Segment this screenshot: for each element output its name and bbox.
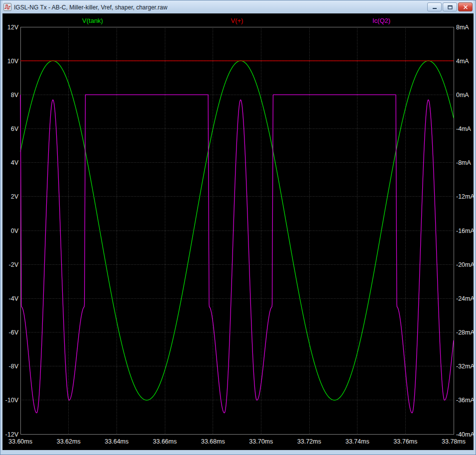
minimize-button[interactable] <box>427 2 442 11</box>
right-axis-tick-label: -16mA <box>456 228 474 234</box>
left-axis-tick-label: -8V <box>9 363 19 370</box>
legend-icq2[interactable]: Ic(Q2) <box>372 17 390 24</box>
x-axis-tick-label: 33.68ms <box>201 438 225 445</box>
left-axis-tick-label: -2V <box>9 261 19 268</box>
left-axis-tick-label: 0V <box>11 228 19 234</box>
legend-vtank[interactable]: V(tank) <box>82 17 103 24</box>
window-controls <box>427 2 473 11</box>
ltspice-window: IGSL-NG Tx - AB-C, Miller-killer, Vref, … <box>0 0 476 455</box>
waveform-viewer[interactable]: 33.60ms33.62ms33.64ms33.66ms33.68ms33.70… <box>2 13 474 450</box>
right-axis-tick-label: 8mA <box>456 24 469 31</box>
x-axis-tick-label: 33.72ms <box>297 438 321 445</box>
trace-icq2 <box>20 95 454 413</box>
left-axis-tick-label: 10V <box>7 58 19 65</box>
window-title: IGSL-NG Tx - AB-C, Miller-killer, Vref, … <box>14 3 425 11</box>
x-axis-tick-label: 33.76ms <box>393 438 417 445</box>
right-axis-tick-label: -4mA <box>456 125 472 132</box>
left-axis-tick-label: 2V <box>11 193 19 200</box>
right-axis-tick-label: -36mA <box>456 397 474 404</box>
maximize-icon <box>448 5 453 9</box>
left-axis-tick-label: -12V <box>5 431 19 438</box>
title-bar[interactable]: IGSL-NG Tx - AB-C, Miller-killer, Vref, … <box>2 0 474 13</box>
left-axis-tick-label: -4V <box>9 295 19 302</box>
right-axis-tick-label: -12mA <box>456 193 474 200</box>
window-resize-edge[interactable] <box>0 450 476 455</box>
left-axis-tick-label: 12V <box>7 24 19 31</box>
x-axis-tick-label: 33.74ms <box>346 438 369 445</box>
right-axis-tick-label: -40mA <box>456 431 474 438</box>
close-icon <box>463 5 468 9</box>
legend-v[interactable]: V(+) <box>231 17 243 24</box>
x-axis-tick-label: 33.64ms <box>105 438 128 445</box>
minimize-icon <box>432 5 437 9</box>
right-axis-tick-label: 0mA <box>456 92 469 99</box>
left-axis-tick-label: 8V <box>11 92 19 99</box>
x-axis-tick-label: 33.66ms <box>153 438 177 445</box>
left-axis-tick-label: -6V <box>9 329 19 336</box>
x-axis-tick-label: 33.78ms <box>442 438 466 445</box>
app-icon[interactable] <box>3 3 11 11</box>
waveform-plot[interactable]: 33.60ms33.62ms33.64ms33.66ms33.68ms33.70… <box>2 13 474 450</box>
right-axis-tick-label: -28mA <box>456 329 474 336</box>
x-axis-tick-label: 33.62ms <box>57 438 81 445</box>
left-axis-tick-label: -10V <box>5 397 19 404</box>
x-axis-tick-label: 33.70ms <box>249 438 273 445</box>
left-axis-tick-label: 6V <box>11 125 19 132</box>
left-axis-tick-label: 4V <box>11 159 19 166</box>
right-axis-tick-label: -24mA <box>456 295 474 302</box>
right-axis-tick-label: -8mA <box>456 159 472 166</box>
maximize-button[interactable] <box>443 2 457 11</box>
close-button[interactable] <box>458 2 473 11</box>
x-axis-tick-label: 33.60ms <box>8 438 32 445</box>
right-axis-tick-label: -20mA <box>456 261 474 268</box>
right-axis-tick-label: -32mA <box>456 363 474 370</box>
right-axis-tick-label: 4mA <box>456 58 469 65</box>
